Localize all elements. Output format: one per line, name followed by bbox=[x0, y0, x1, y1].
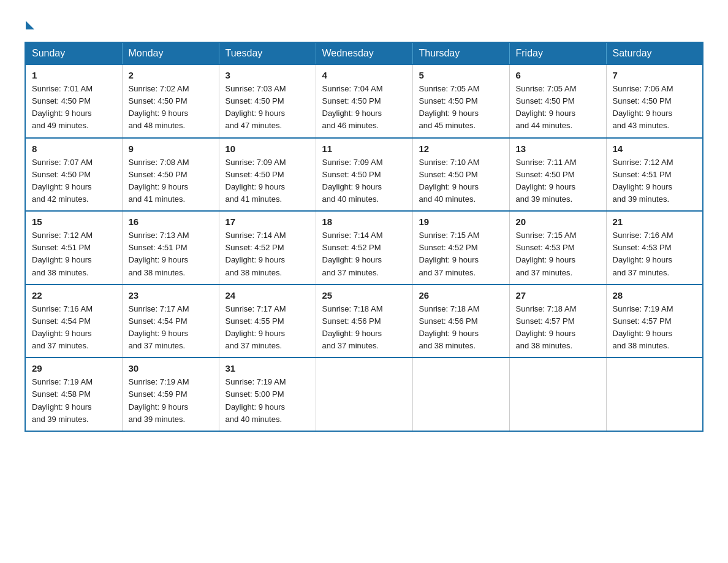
header-thursday: Thursday bbox=[412, 42, 509, 64]
day-number: 22 bbox=[32, 290, 116, 301]
day-number: 16 bbox=[129, 216, 213, 227]
day-number: 17 bbox=[226, 216, 309, 227]
header-monday: Monday bbox=[122, 42, 219, 64]
header-friday: Friday bbox=[509, 42, 606, 64]
day-info: Sunrise: 7:06 AM Sunset: 4:50 PM Dayligh… bbox=[613, 83, 697, 132]
day-info: Sunrise: 7:17 AM Sunset: 4:55 PM Dayligh… bbox=[226, 303, 309, 353]
day-number: 8 bbox=[32, 144, 116, 154]
day-number: 24 bbox=[226, 290, 309, 301]
day-number: 27 bbox=[516, 290, 600, 301]
day-info: Sunrise: 7:07 AM Sunset: 4:50 PM Dayligh… bbox=[32, 156, 116, 206]
header-saturday: Saturday bbox=[606, 42, 703, 64]
day-number: 6 bbox=[516, 70, 600, 80]
day-info: Sunrise: 7:18 AM Sunset: 4:56 PM Dayligh… bbox=[419, 303, 503, 353]
day-info: Sunrise: 7:12 AM Sunset: 4:51 PM Dayligh… bbox=[613, 156, 697, 206]
day-info: Sunrise: 7:16 AM Sunset: 4:53 PM Dayligh… bbox=[613, 229, 697, 279]
day-info: Sunrise: 7:13 AM Sunset: 4:51 PM Dayligh… bbox=[129, 229, 213, 279]
week-row-5: 29 Sunrise: 7:19 AM Sunset: 4:58 PM Dayl… bbox=[25, 358, 703, 431]
day-cell: 25 Sunrise: 7:18 AM Sunset: 4:56 PM Dayl… bbox=[316, 285, 412, 358]
day-cell: 16 Sunrise: 7:13 AM Sunset: 4:51 PM Dayl… bbox=[122, 211, 219, 285]
day-info: Sunrise: 7:14 AM Sunset: 4:52 PM Dayligh… bbox=[226, 229, 309, 279]
day-cell: 3 Sunrise: 7:03 AM Sunset: 4:50 PM Dayli… bbox=[219, 64, 316, 138]
calendar-table: SundayMondayTuesdayWednesdayThursdayFrid… bbox=[25, 42, 703, 432]
day-number: 7 bbox=[613, 70, 697, 80]
day-info: Sunrise: 7:14 AM Sunset: 4:52 PM Dayligh… bbox=[322, 229, 406, 279]
day-number: 31 bbox=[226, 363, 309, 373]
day-info: Sunrise: 7:17 AM Sunset: 4:54 PM Dayligh… bbox=[129, 303, 213, 353]
week-row-3: 15 Sunrise: 7:12 AM Sunset: 4:51 PM Dayl… bbox=[25, 211, 703, 285]
day-cell: 31 Sunrise: 7:19 AM Sunset: 5:00 PM Dayl… bbox=[219, 358, 316, 431]
day-info: Sunrise: 7:09 AM Sunset: 4:50 PM Dayligh… bbox=[226, 156, 309, 206]
day-number: 1 bbox=[32, 70, 116, 80]
week-row-4: 22 Sunrise: 7:16 AM Sunset: 4:54 PM Dayl… bbox=[25, 285, 703, 358]
day-number: 14 bbox=[613, 144, 697, 154]
day-cell: 11 Sunrise: 7:09 AM Sunset: 4:50 PM Dayl… bbox=[316, 138, 412, 212]
day-number: 12 bbox=[419, 144, 503, 154]
day-cell: 28 Sunrise: 7:19 AM Sunset: 4:57 PM Dayl… bbox=[606, 285, 703, 358]
day-number: 29 bbox=[32, 363, 116, 373]
day-number: 4 bbox=[322, 70, 406, 80]
day-number: 26 bbox=[419, 290, 503, 301]
day-info: Sunrise: 7:16 AM Sunset: 4:54 PM Dayligh… bbox=[32, 303, 116, 353]
calendar-header-row: SundayMondayTuesdayWednesdayThursdayFrid… bbox=[25, 42, 703, 64]
day-cell: 30 Sunrise: 7:19 AM Sunset: 4:59 PM Dayl… bbox=[122, 358, 219, 431]
day-cell: 13 Sunrise: 7:11 AM Sunset: 4:50 PM Dayl… bbox=[509, 138, 606, 212]
day-info: Sunrise: 7:11 AM Sunset: 4:50 PM Dayligh… bbox=[516, 156, 600, 206]
day-cell: 4 Sunrise: 7:04 AM Sunset: 4:50 PM Dayli… bbox=[316, 64, 412, 138]
day-cell: 20 Sunrise: 7:15 AM Sunset: 4:53 PM Dayl… bbox=[509, 211, 606, 285]
day-info: Sunrise: 7:19 AM Sunset: 4:59 PM Dayligh… bbox=[129, 376, 213, 426]
day-info: Sunrise: 7:15 AM Sunset: 4:53 PM Dayligh… bbox=[516, 229, 600, 279]
day-number: 2 bbox=[129, 70, 213, 80]
day-info: Sunrise: 7:18 AM Sunset: 4:56 PM Dayligh… bbox=[322, 303, 406, 353]
day-number: 21 bbox=[613, 216, 697, 227]
day-info: Sunrise: 7:19 AM Sunset: 5:00 PM Dayligh… bbox=[226, 376, 309, 426]
day-cell: 23 Sunrise: 7:17 AM Sunset: 4:54 PM Dayl… bbox=[122, 285, 219, 358]
day-cell: 27 Sunrise: 7:18 AM Sunset: 4:57 PM Dayl… bbox=[509, 285, 606, 358]
day-cell: 7 Sunrise: 7:06 AM Sunset: 4:50 PM Dayli… bbox=[606, 64, 703, 138]
day-cell: 9 Sunrise: 7:08 AM Sunset: 4:50 PM Dayli… bbox=[122, 138, 219, 212]
day-cell bbox=[412, 358, 509, 431]
header-sunday: Sunday bbox=[25, 42, 122, 64]
day-number: 9 bbox=[129, 144, 213, 154]
day-info: Sunrise: 7:10 AM Sunset: 4:50 PM Dayligh… bbox=[419, 156, 503, 206]
day-number: 5 bbox=[419, 70, 503, 80]
day-info: Sunrise: 7:15 AM Sunset: 4:52 PM Dayligh… bbox=[419, 229, 503, 279]
day-number: 18 bbox=[322, 216, 406, 227]
header-wednesday: Wednesday bbox=[316, 42, 412, 64]
day-number: 23 bbox=[129, 290, 213, 301]
day-cell: 14 Sunrise: 7:12 AM Sunset: 4:51 PM Dayl… bbox=[606, 138, 703, 212]
page-header bbox=[25, 18, 703, 29]
day-cell: 8 Sunrise: 7:07 AM Sunset: 4:50 PM Dayli… bbox=[25, 138, 122, 212]
day-cell bbox=[509, 358, 606, 431]
day-info: Sunrise: 7:05 AM Sunset: 4:50 PM Dayligh… bbox=[516, 83, 600, 132]
logo-triangle-icon bbox=[26, 21, 34, 29]
day-number: 28 bbox=[613, 290, 697, 301]
header-tuesday: Tuesday bbox=[219, 42, 316, 64]
day-info: Sunrise: 7:02 AM Sunset: 4:50 PM Dayligh… bbox=[129, 83, 213, 132]
day-cell: 22 Sunrise: 7:16 AM Sunset: 4:54 PM Dayl… bbox=[25, 285, 122, 358]
day-number: 11 bbox=[322, 144, 406, 154]
day-cell: 19 Sunrise: 7:15 AM Sunset: 4:52 PM Dayl… bbox=[412, 211, 509, 285]
day-cell bbox=[316, 358, 412, 431]
day-cell: 2 Sunrise: 7:02 AM Sunset: 4:50 PM Dayli… bbox=[122, 64, 219, 138]
day-number: 25 bbox=[322, 290, 406, 301]
logo bbox=[25, 18, 34, 29]
day-cell: 26 Sunrise: 7:18 AM Sunset: 4:56 PM Dayl… bbox=[412, 285, 509, 358]
week-row-2: 8 Sunrise: 7:07 AM Sunset: 4:50 PM Dayli… bbox=[25, 138, 703, 212]
day-info: Sunrise: 7:19 AM Sunset: 4:57 PM Dayligh… bbox=[613, 303, 697, 353]
day-info: Sunrise: 7:04 AM Sunset: 4:50 PM Dayligh… bbox=[322, 83, 406, 132]
day-cell: 6 Sunrise: 7:05 AM Sunset: 4:50 PM Dayli… bbox=[509, 64, 606, 138]
day-number: 10 bbox=[226, 144, 309, 154]
day-cell: 15 Sunrise: 7:12 AM Sunset: 4:51 PM Dayl… bbox=[25, 211, 122, 285]
day-info: Sunrise: 7:03 AM Sunset: 4:50 PM Dayligh… bbox=[226, 83, 309, 132]
day-cell: 12 Sunrise: 7:10 AM Sunset: 4:50 PM Dayl… bbox=[412, 138, 509, 212]
day-cell: 17 Sunrise: 7:14 AM Sunset: 4:52 PM Dayl… bbox=[219, 211, 316, 285]
day-info: Sunrise: 7:08 AM Sunset: 4:50 PM Dayligh… bbox=[129, 156, 213, 206]
day-number: 19 bbox=[419, 216, 503, 227]
day-number: 3 bbox=[226, 70, 309, 80]
day-cell: 21 Sunrise: 7:16 AM Sunset: 4:53 PM Dayl… bbox=[606, 211, 703, 285]
day-number: 15 bbox=[32, 216, 116, 227]
day-number: 30 bbox=[129, 363, 213, 373]
day-cell: 10 Sunrise: 7:09 AM Sunset: 4:50 PM Dayl… bbox=[219, 138, 316, 212]
day-info: Sunrise: 7:09 AM Sunset: 4:50 PM Dayligh… bbox=[322, 156, 406, 206]
